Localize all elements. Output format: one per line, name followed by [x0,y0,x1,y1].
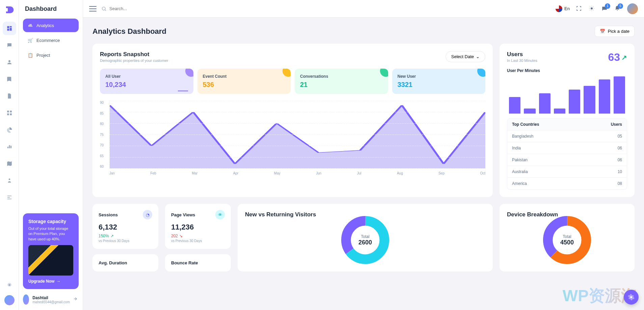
countries-table: Top Countries Users Bangladesh05India06P… [507,118,627,190]
rail-dashboard-icon[interactable] [3,22,16,35]
user-block: Dashtail mahedi5544@gmail.com [23,294,79,305]
storage-card: Storage capacity Out of your total stora… [23,213,79,289]
clipboard-icon: 📋 [28,52,33,58]
stat-event-count[interactable]: Event Count 536 [197,69,291,94]
fab-settings[interactable] [624,290,639,305]
cart-icon: 🛒 [28,38,33,43]
select-date-dropdown[interactable]: Select Date ⌄ [446,51,485,62]
svg-point-0 [8,60,10,62]
rail-chart-icon[interactable] [3,140,16,153]
svg-rect-1 [7,111,9,112]
stat-conversations[interactable]: Conversations 21 [295,69,388,94]
rail-map-icon[interactable] [3,157,16,170]
rail-chat-icon[interactable] [3,39,16,52]
area-chart: 90858075706560 JanFebMarAprMayJunJulAugS… [100,101,485,175]
user-per-minutes-label: User Per Minutes [507,68,627,73]
storage-body: Out of your total storage on Premium Pla… [28,226,73,242]
reports-subtitle: Demographic properties of your customer [100,58,168,63]
messages-badge: 1 [605,3,610,9]
rail-book-icon[interactable] [3,72,16,86]
rail-grid-icon[interactable] [3,106,16,120]
eye-icon: 👁 [215,210,225,219]
table-row: America08 [507,178,627,189]
calendar-icon: 📅 [600,29,605,34]
svg-rect-3 [7,114,9,115]
rail-gear-icon[interactable] [3,278,16,292]
logout-icon[interactable] [73,296,79,303]
stat-all-user[interactable]: All User 10,234 [100,69,193,94]
users-subtitle: In Last 30 Minutes [507,58,537,63]
sidebar-title: Dashboard [23,5,79,13]
pie-icon: ◔ [143,210,152,219]
bar-chart [507,76,627,114]
col-country: Top Countries [512,122,539,127]
pick-date-button[interactable]: 📅 Pick a date [595,26,635,37]
nav-ecommerce[interactable]: 🛒 Ecommerce [23,33,79,47]
devices-card: Device Breakdown Total 4500 [500,204,635,271]
bounce-card: Bounce Rate [165,254,231,271]
user-email: mahedi5544@gmail.com [32,300,70,304]
table-row: India06 [507,142,627,154]
user-name: Dashtail [32,295,70,300]
svg-point-8 [591,7,593,9]
col-users: Users [611,122,622,127]
rail-user-icon[interactable] [3,55,16,69]
visitors-card: New vs Returning Visitors Total 2600 [238,204,493,271]
arrow-right-icon: → [56,279,60,284]
nav-label: Project [36,53,50,58]
svg-rect-2 [10,111,11,112]
users-card: Users In Last 30 Minutes 63 ↗ User Per M… [500,44,635,197]
upgrade-button[interactable]: Upgrade Now → [28,279,73,284]
bars-icon [28,23,33,28]
svg-rect-4 [10,114,11,115]
sidebar: Dashboard Analytics 🛒 Ecommerce 📋 Projec… [19,0,83,310]
trend-down-icon: ↘ [179,234,183,238]
trend-up-icon: ↗ [621,53,627,62]
trend-up-icon: ↗ [110,234,114,238]
svg-point-5 [8,178,10,180]
search-input[interactable] [109,6,177,11]
avg-duration-card: Avg. Duration [92,254,158,271]
bell-icon[interactable]: 5 [614,5,621,12]
page-title: Analytics Dashboard [92,27,166,36]
theme-icon[interactable] [589,5,595,12]
nav-analytics[interactable]: Analytics [23,19,79,32]
table-row: Bangladesh05 [507,130,627,142]
nav-label: Analytics [36,23,54,28]
nav-label: Ecommerce [36,38,60,43]
icon-rail [0,0,19,310]
users-title: Users [507,51,537,58]
storage-title: Storage capacity [28,219,73,224]
search-icon [101,6,107,11]
rail-avatar[interactable] [4,295,15,305]
svg-point-7 [102,7,105,10]
app-logo [4,5,15,15]
chevron-down-icon: ⌄ [476,54,480,59]
fullscreen-icon[interactable] [576,5,583,12]
rail-pie-icon[interactable] [3,123,16,137]
gear-icon [627,293,635,301]
search-box[interactable] [101,6,551,11]
hamburger-icon[interactable] [89,6,97,11]
table-row: Australia10 [507,166,627,178]
pageviews-card: Page Views 👁 11,236 202↘ vs Previous 30 … [165,204,231,249]
table-row: Pakistan06 [507,154,627,166]
messages-icon[interactable]: 1 [601,5,608,12]
topbar: En 1 5 [83,0,644,18]
top-avatar[interactable] [627,3,638,14]
lang-switch[interactable]: En [556,5,570,12]
storage-image [28,245,73,276]
rail-file-icon[interactable] [3,89,16,103]
sessions-card: Sessions ◔ 6,132 150%↗ vs Previous 30 Da… [92,204,158,249]
notifications-badge: 5 [618,3,623,9]
stat-new-user[interactable]: New User 3321 [392,69,486,94]
flag-icon [556,5,562,12]
rail-menu-icon[interactable] [3,191,16,204]
reports-snapshot-card: Reports Snapshot Demographic properties … [92,44,493,197]
users-count: 63 ↗ [608,51,627,64]
rail-person-icon[interactable] [3,174,16,187]
nav-project[interactable]: 📋 Project [23,48,79,62]
user-avatar[interactable] [23,294,29,305]
reports-title: Reports Snapshot [100,51,168,58]
